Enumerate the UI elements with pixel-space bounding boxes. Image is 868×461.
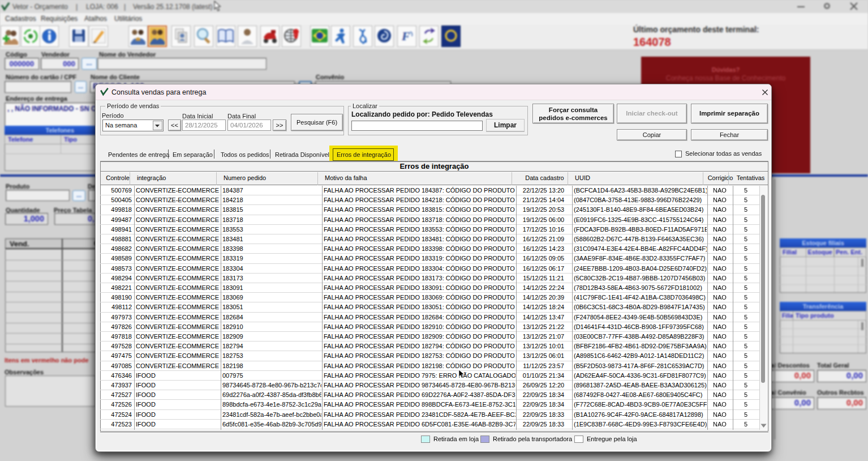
svg-text:F: F bbox=[401, 29, 410, 43]
